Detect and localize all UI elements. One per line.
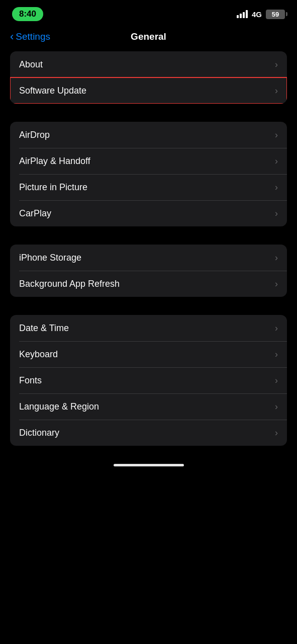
- chevron-icon-background-app-refresh: ›: [275, 279, 278, 289]
- settings-label-picture-in-picture: Picture in Picture: [19, 182, 87, 193]
- settings-row-date-time[interactable]: Date & Time›: [10, 315, 287, 341]
- svg-rect-3: [246, 10, 248, 18]
- settings-label-about: About: [19, 59, 43, 70]
- settings-label-carplay: CarPlay: [19, 208, 51, 219]
- settings-row-fonts[interactable]: Fonts›: [10, 367, 287, 393]
- status-right: 4G 59: [237, 10, 285, 19]
- chevron-icon-carplay: ›: [275, 208, 278, 219]
- chevron-icon-keyboard: ›: [275, 349, 278, 360]
- settings-row-keyboard[interactable]: Keyboard›: [10, 341, 287, 367]
- settings-label-airdrop: AirDrop: [19, 130, 50, 140]
- chevron-icon-iphone-storage: ›: [275, 253, 278, 263]
- settings-group-group3: iPhone Storage›Background App Refresh›: [10, 245, 287, 297]
- nav-bar: ‹ Settings General: [0, 25, 297, 51]
- settings-row-airdrop[interactable]: AirDrop›: [10, 122, 287, 148]
- chevron-icon-airplay-handoff: ›: [275, 156, 278, 167]
- settings-label-fonts: Fonts: [19, 375, 42, 386]
- settings-label-background-app-refresh: Background App Refresh: [19, 279, 120, 289]
- settings-group-group1: About›Software Update›: [10, 51, 287, 104]
- chevron-icon-fonts: ›: [275, 375, 278, 386]
- status-time: 8:40: [12, 7, 43, 21]
- settings-row-about[interactable]: About›: [10, 51, 287, 77]
- settings-label-airplay-handoff: AirPlay & Handoff: [19, 156, 90, 167]
- settings-label-keyboard: Keyboard: [19, 349, 58, 360]
- settings-row-carplay[interactable]: CarPlay›: [10, 200, 287, 226]
- page-title: General: [131, 31, 166, 42]
- settings-row-background-app-refresh[interactable]: Background App Refresh›: [10, 271, 287, 297]
- chevron-icon-dictionary: ›: [275, 428, 278, 438]
- chevron-icon-picture-in-picture: ›: [275, 182, 278, 193]
- chevron-icon-language-region: ›: [275, 401, 278, 412]
- settings-row-dictionary[interactable]: Dictionary›: [10, 420, 287, 446]
- settings-label-language-region: Language & Region: [19, 401, 99, 412]
- settings-row-iphone-storage[interactable]: iPhone Storage›: [10, 245, 287, 271]
- settings-label-date-time: Date & Time: [19, 323, 69, 334]
- chevron-icon-airdrop: ›: [275, 130, 278, 140]
- home-indicator: [114, 464, 184, 466]
- settings-group-group4: Date & Time›Keyboard›Fonts›Language & Re…: [10, 315, 287, 446]
- settings-label-dictionary: Dictionary: [19, 428, 59, 438]
- settings-label-iphone-storage: iPhone Storage: [19, 253, 81, 263]
- settings-group-group2: AirDrop›AirPlay & Handoff›Picture in Pic…: [10, 122, 287, 226]
- svg-rect-0: [237, 15, 239, 18]
- battery-level: 59: [272, 11, 279, 18]
- settings-row-airplay-handoff[interactable]: AirPlay & Handoff›: [10, 148, 287, 174]
- battery-indicator: 59: [266, 10, 285, 19]
- signal-icon: [237, 10, 248, 18]
- settings-content: About›Software Update›AirDrop›AirPlay & …: [0, 51, 297, 446]
- svg-rect-1: [240, 14, 242, 18]
- status-bar: 8:40 4G 59: [0, 0, 297, 25]
- settings-label-software-update: Software Update: [19, 86, 86, 96]
- settings-row-software-update[interactable]: Software Update›: [10, 77, 287, 104]
- settings-row-language-region[interactable]: Language & Region›: [10, 393, 287, 420]
- network-label: 4G: [252, 10, 262, 19]
- back-label: Settings: [16, 31, 50, 42]
- back-button[interactable]: ‹ Settings: [10, 30, 50, 43]
- chevron-icon-date-time: ›: [275, 323, 278, 334]
- svg-rect-2: [243, 12, 245, 18]
- chevron-icon-software-update: ›: [275, 86, 278, 96]
- back-chevron-icon: ‹: [10, 30, 14, 43]
- settings-row-picture-in-picture[interactable]: Picture in Picture›: [10, 174, 287, 200]
- chevron-icon-about: ›: [275, 59, 278, 70]
